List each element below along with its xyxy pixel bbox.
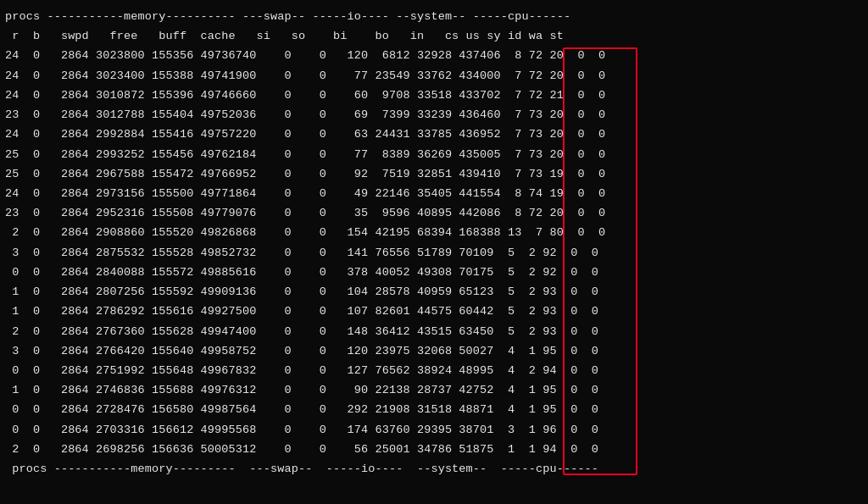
data-line: 23 0 2864 2952316 155508 49779076 0 0 35… (5, 203, 863, 223)
data-line: 24 0 2864 2973156 155500 49771864 0 0 49… (5, 184, 863, 203)
data-line: 0 0 2864 2840088 155572 49885616 0 0 378… (5, 263, 863, 282)
data-line: 2 0 2864 2767360 155628 49947400 0 0 148… (5, 322, 863, 341)
data-line: 25 0 2864 2967588 155472 49766952 0 0 92… (5, 164, 863, 184)
data-line: 24 0 2864 3023400 155388 49741900 0 0 77… (5, 66, 863, 86)
terminal: procs -----------memory---------- ---swa… (0, 0, 868, 504)
data-line: 25 0 2864 2993252 155456 49762184 0 0 77… (5, 145, 863, 164)
data-line: 3 0 2864 2875532 155528 49852732 0 0 141… (5, 243, 863, 263)
data-line: 1 0 2864 2746836 155688 49976312 0 0 90 … (5, 380, 863, 400)
data-line: 24 0 2864 3010872 155396 49746660 0 0 60… (5, 86, 863, 105)
data-line: 3 0 2864 2766420 155640 49958752 0 0 120… (5, 341, 863, 361)
data-line: 2 0 2864 2698256 156636 50005312 0 0 56 … (5, 440, 863, 459)
data-line: 24 0 2864 2992884 155416 49757220 0 0 63… (5, 125, 863, 144)
data-line: 1 0 2864 2807256 155592 49909136 0 0 104… (5, 282, 863, 302)
header-line: procs -----------memory---------- ---swa… (5, 7, 863, 26)
data-line: 0 0 2864 2728476 156580 49987564 0 0 292… (5, 400, 863, 419)
footer-line: procs -----------memory--------- ---swap… (5, 459, 863, 479)
data-line: 2 0 2864 2908860 155520 49826868 0 0 154… (5, 223, 863, 242)
data-line: 23 0 2864 3012788 155404 49752036 0 0 69… (5, 105, 863, 125)
header-line: r b swpd free buff cache si so bi bo in … (5, 26, 863, 46)
data-line: 0 0 2864 2703316 156612 49995568 0 0 174… (5, 420, 863, 440)
data-line: 1 0 2864 2786292 155616 49927500 0 0 107… (5, 302, 863, 321)
data-line: 0 0 2864 2751992 155648 49967832 0 0 127… (5, 361, 863, 380)
data-line: 24 0 2864 3023800 155356 49736740 0 0 12… (5, 46, 863, 65)
